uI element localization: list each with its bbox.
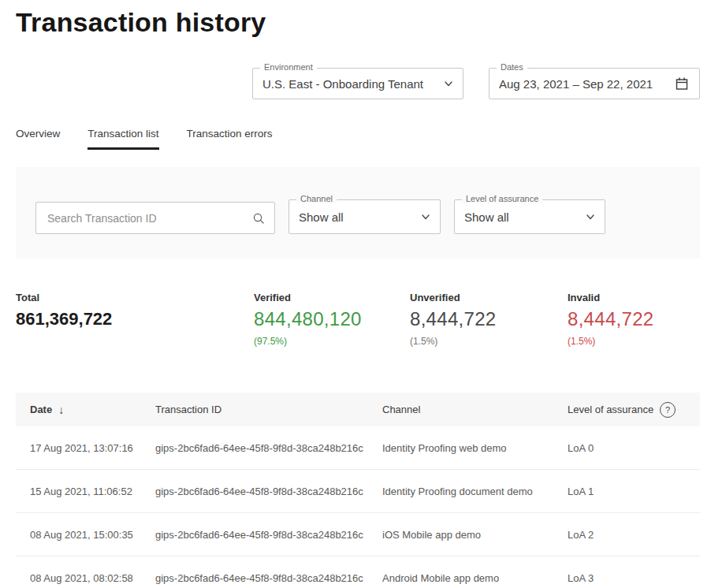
level-of-assurance-select[interactable]: Level of assurance Show all <box>454 199 605 234</box>
stat-block: Invalid 8,444,722 (1.5%) <box>568 292 653 347</box>
transaction-id-link[interactable]: gips-2bc6fad6-64ee-45f8-9f8d-38ca248b216… <box>155 572 363 584</box>
help-icon[interactable]: ? <box>660 402 676 418</box>
cell-date: 17 Aug 2021, 13:07:16 <box>30 442 155 454</box>
loa-header-label: Level of assurance <box>568 404 653 415</box>
cell-channel: Identity Proofing web demo <box>382 442 568 454</box>
table-row: 08 Aug 2021, 15:00:35 gips-2bc6fad6-64ee… <box>16 513 700 556</box>
stat-label: Unverified <box>410 292 496 303</box>
chevron-down-icon <box>421 212 430 221</box>
channel-value: Show all <box>299 210 415 224</box>
column-header-channel: Channel <box>382 404 568 415</box>
cell-date: 08 Aug 2021, 15:00:35 <box>30 529 155 541</box>
cell-level-of-assurance: LoA 1 <box>568 486 700 497</box>
stat-value: 8,444,722 <box>410 309 496 329</box>
dates-field[interactable]: Dates Aug 23, 2021 – Sep 22, 2021 <box>489 68 700 99</box>
search-field[interactable] <box>35 202 275 234</box>
column-header-transaction-id: Transaction ID <box>155 404 382 415</box>
stat-label: Invalid <box>568 292 653 303</box>
level-of-assurance-value: Show all <box>464 210 579 224</box>
cell-date: 08 Aug 2021, 08:02:58 <box>30 572 155 584</box>
tab-transaction-list[interactable]: Transaction list <box>87 128 158 150</box>
chevron-down-icon <box>444 79 453 88</box>
stat-value: 844,480,120 <box>254 309 362 329</box>
stat-percent: (1.5%) <box>568 336 653 347</box>
filter-band: Channel Show all Level of assurance Show… <box>16 167 700 259</box>
top-filters: Environment U.S. East - Onboarding Tenan… <box>16 68 700 99</box>
table-row: 08 Aug 2021, 08:02:58 gips-2bc6fad6-64ee… <box>16 556 700 588</box>
cell-level-of-assurance: LoA 3 <box>568 572 700 584</box>
date-header-label: Date <box>30 404 52 415</box>
cell-date: 15 Aug 2021, 11:06:52 <box>30 486 155 497</box>
environment-label: Environment <box>260 62 317 72</box>
tab-transaction-errors[interactable]: Transaction errors <box>187 128 273 150</box>
stat-block: Verified 844,480,120 (97.5%) <box>254 292 362 347</box>
search-icon[interactable] <box>252 212 265 225</box>
table-row: 17 Aug 2021, 13:07:16 gips-2bc6fad6-64ee… <box>16 426 700 470</box>
transaction-id-link[interactable]: gips-2bc6fad6-64ee-45f8-9f8d-38ca248b216… <box>155 529 363 541</box>
transactions-table: Date ↓ Transaction ID Channel Level of a… <box>16 393 700 588</box>
stat-block: Total 861,369,722 <box>16 292 112 336</box>
column-header-level-of-assurance: Level of assurance ? <box>568 402 700 418</box>
channel-select[interactable]: Channel Show all <box>288 199 441 234</box>
environment-select[interactable]: Environment U.S. East - Onboarding Tenan… <box>252 68 463 99</box>
dates-label: Dates <box>497 62 527 72</box>
sort-descending-icon[interactable]: ↓ <box>58 404 64 416</box>
cell-channel: Android Mobile app demo <box>382 572 568 584</box>
column-header-date[interactable]: Date ↓ <box>30 404 155 416</box>
tab-overview[interactable]: Overview <box>16 128 60 150</box>
cell-level-of-assurance: LoA 2 <box>568 529 700 541</box>
chevron-down-icon <box>586 212 595 221</box>
stat-percent: (1.5%) <box>410 336 496 347</box>
table-header: Date ↓ Transaction ID Channel Level of a… <box>16 393 700 426</box>
tabs: Overview Transaction list Transaction er… <box>16 128 711 150</box>
stat-label: Total <box>16 292 112 303</box>
calendar-icon[interactable] <box>674 76 690 91</box>
stat-label: Verified <box>254 292 362 303</box>
stat-value: 8,444,722 <box>568 309 653 329</box>
cell-channel: Identity Proofing document demo <box>382 486 568 497</box>
page-title: Transaction history <box>16 5 711 39</box>
cell-channel: iOS Mobile app demo <box>382 529 568 541</box>
transaction-id-link[interactable]: gips-2bc6fad6-64ee-45f8-9f8d-38ca248b216… <box>155 442 363 454</box>
stats-summary: Total 861,369,722 Verified 844,480,120 (… <box>0 292 711 359</box>
search-input[interactable] <box>46 211 252 225</box>
table-body: 17 Aug 2021, 13:07:16 gips-2bc6fad6-64ee… <box>16 426 700 588</box>
stat-block: Unverified 8,444,722 (1.5%) <box>410 292 496 347</box>
transaction-id-link[interactable]: gips-2bc6fad6-64ee-45f8-9f8d-38ca248b216… <box>155 486 363 497</box>
stat-value: 861,369,722 <box>16 309 112 329</box>
environment-value: U.S. East - Onboarding Tenant <box>262 77 437 91</box>
table-row: 15 Aug 2021, 11:06:52 gips-2bc6fad6-64ee… <box>16 470 700 513</box>
stat-percent: (97.5%) <box>254 336 362 347</box>
transaction-history-page: Transaction history Environment U.S. Eas… <box>0 5 711 588</box>
level-of-assurance-label: Level of assurance <box>462 194 542 203</box>
cell-level-of-assurance: LoA 0 <box>568 442 700 454</box>
channel-label: Channel <box>296 194 337 203</box>
dates-value: Aug 23, 2021 – Sep 22, 2021 <box>499 77 668 91</box>
